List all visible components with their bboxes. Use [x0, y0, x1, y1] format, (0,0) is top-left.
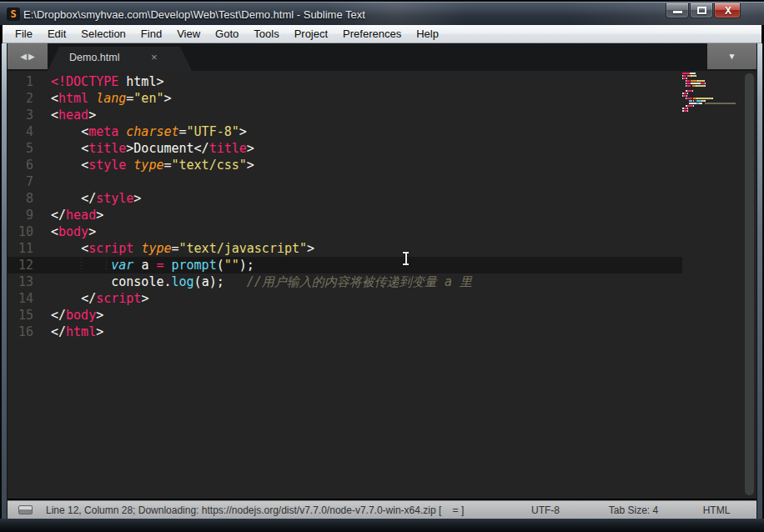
minimap-line	[682, 105, 751, 107]
code-line[interactable]: 15</body>	[8, 307, 472, 324]
line-number: 11	[8, 240, 33, 257]
minimap-line	[682, 95, 751, 97]
mouse-ibeam-cursor-icon	[402, 252, 410, 265]
minimap-line	[682, 73, 751, 74]
code-lines: 1<!DOCTYPE html>2<html lang="en">3<head>…	[8, 73, 472, 340]
code-line[interactable]: 10<body>	[8, 223, 472, 240]
sublime-text-window: S E:\Dropbox\smyhvae.com\Develop\Web\Tes…	[0, 0, 764, 532]
code-line[interactable]: 14 </script>	[8, 290, 472, 307]
status-encoding[interactable]: UTF-8	[508, 501, 583, 519]
console-panel-icon[interactable]	[18, 505, 33, 514]
tab-scroll-buttons: ◀ ▶	[8, 43, 48, 69]
line-number: 3	[8, 107, 33, 123]
menu-item-file[interactable]: File	[8, 26, 40, 42]
minimap-line	[682, 80, 751, 82]
status-tab-size[interactable]: Tab Size: 4	[586, 501, 681, 519]
window-border-right	[756, 43, 764, 519]
menu-item-find[interactable]: Find	[133, 26, 169, 42]
code-line[interactable]: 9</head>	[8, 207, 472, 223]
code-text: </body>	[51, 307, 103, 324]
code-text: </html>	[51, 324, 103, 340]
code-text: <html lang="en">	[51, 90, 172, 107]
code-editor[interactable]: 1<!DOCTYPE html>2<html lang="en">3<head>…	[8, 71, 756, 499]
line-number: 6	[8, 157, 33, 173]
code-line[interactable]: 2<html lang="en">	[8, 90, 472, 107]
minimap-line	[682, 90, 751, 92]
code-line[interactable]: 1<!DOCTYPE html>	[8, 73, 472, 90]
line-number: 9	[8, 207, 33, 223]
line-number: 5	[8, 140, 33, 157]
status-message: Line 12, Column 28; Downloading: https:/…	[46, 501, 464, 519]
status-bar: Line 12, Column 28; Downloading: https:/…	[8, 500, 756, 519]
menu-item-project[interactable]: Project	[287, 26, 335, 42]
close-button[interactable]: X	[714, 3, 741, 18]
menu-item-tools[interactable]: Tools	[246, 26, 286, 42]
code-text: <title>Document</title>	[51, 140, 254, 157]
line-number: 12	[8, 257, 33, 274]
menu-item-selection[interactable]: Selection	[73, 26, 133, 42]
minimize-icon	[673, 11, 682, 13]
tab-label: Demo.html	[69, 52, 119, 63]
minimap-line	[682, 98, 751, 99]
window-controls: X	[665, 3, 741, 18]
window-border-left	[0, 43, 8, 519]
line-number: 1	[8, 73, 33, 90]
tab-demo-html[interactable]: Demo.html ×	[48, 47, 192, 71]
code-text: </head>	[51, 207, 103, 223]
minimap-line	[682, 75, 751, 77]
title-bar[interactable]: S E:\Dropbox\smyhvae.com\Develop\Web\Tes…	[0, 0, 764, 25]
tab-bar: ◀ ▶ Demo.html × ▼	[8, 43, 756, 71]
code-text: <style type="text/css">	[51, 157, 254, 173]
menu-item-edit[interactable]: Edit	[40, 26, 73, 42]
menu-item-view[interactable]: View	[169, 26, 208, 42]
code-line[interactable]: 3<head>	[8, 107, 472, 123]
code-line[interactable]: 16</html>	[8, 324, 472, 340]
code-text: console.log(a); //用户输入的内容将被传递到变量 a 里	[51, 274, 472, 290]
tab-close-icon[interactable]: ×	[151, 51, 158, 63]
tab-scroll-right-icon[interactable]: ▶	[28, 43, 35, 69]
code-line[interactable]: 5 <title>Document</title>	[8, 140, 472, 157]
line-number: 4	[8, 123, 33, 140]
status-syntax[interactable]: HTML	[679, 501, 754, 519]
code-text: <!DOCTYPE html>	[51, 73, 163, 90]
line-number: 14	[8, 290, 33, 307]
line-number: 2	[8, 90, 33, 107]
code-text: </style>	[51, 190, 141, 207]
sublime-logo-icon: S	[7, 8, 20, 21]
tab-list-dropdown-icon[interactable]: ▼	[728, 52, 736, 61]
minimap-line	[682, 88, 751, 89]
code-text: var a = prompt("");	[51, 257, 254, 274]
minimap-line	[682, 78, 751, 79]
vertical-scrollbar-thumb[interactable]	[745, 73, 754, 495]
line-number: 8	[8, 190, 33, 207]
line-number: 7	[8, 173, 33, 190]
tab-scroll-left-icon[interactable]: ◀	[20, 43, 27, 69]
line-number: 15	[8, 307, 33, 324]
close-icon: X	[715, 4, 741, 18]
minimap-line	[682, 83, 751, 84]
minimap-line	[682, 100, 751, 102]
menu-item-help[interactable]: Help	[409, 26, 446, 42]
minimize-button[interactable]	[666, 3, 689, 18]
tab-overflow-area: ▼	[707, 43, 756, 69]
code-line[interactable]: 7	[8, 173, 472, 190]
line-number: 10	[8, 223, 33, 240]
code-line[interactable]: 4 <meta charset="UTF-8">	[8, 123, 472, 140]
code-text: </script>	[51, 290, 148, 307]
maximize-icon	[697, 7, 706, 14]
menu-item-goto[interactable]: Goto	[208, 26, 246, 42]
minimap-line	[682, 108, 751, 109]
code-line[interactable]: 8 </style>	[8, 190, 472, 207]
code-text: <head>	[51, 107, 96, 123]
code-text: <body>	[51, 223, 96, 240]
minimap-line	[682, 110, 751, 112]
maximize-button[interactable]	[690, 3, 713, 18]
code-line[interactable]: 13 console.log(a); //用户输入的内容将被传递到变量 a 里	[8, 274, 472, 290]
window-title: E:\Dropbox\smyhvae.com\Develop\Web\Test\…	[23, 2, 365, 27]
code-text: <script type="text/javascript">	[51, 240, 314, 257]
code-line[interactable]: 6 <style type="text/css">	[8, 157, 472, 173]
line-number: 13	[8, 274, 33, 290]
menu-item-preferences[interactable]: Preferences	[335, 26, 409, 42]
minimap-line	[682, 85, 751, 87]
minimap[interactable]	[682, 73, 751, 113]
